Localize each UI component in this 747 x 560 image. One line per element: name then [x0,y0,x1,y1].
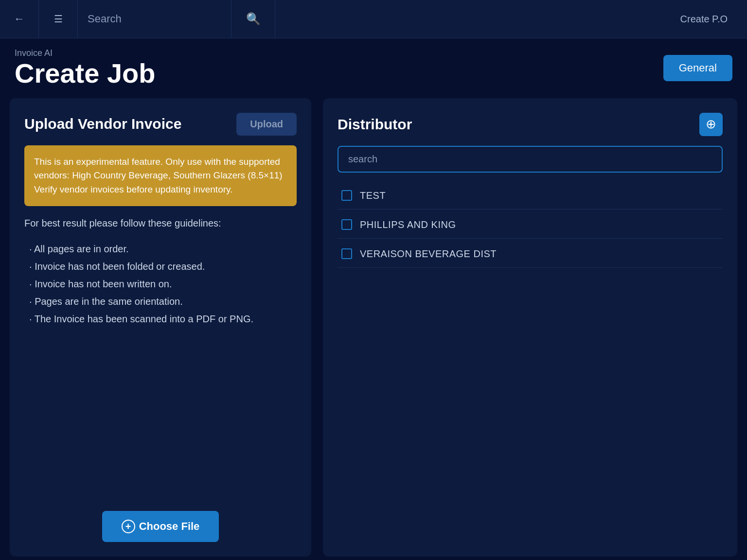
upload-panel-title: Upload Vendor Invoice [24,116,181,132]
search-icon: 🔍 [246,12,261,26]
back-button[interactable]: ← [0,0,39,38]
header-left: ← ☰ 🔍 [0,0,275,38]
guidelines-intro: For best result please follow these guid… [24,216,297,230]
general-button[interactable]: General [663,55,732,81]
distributor-name-phillips: PHILLIPS AND KING [360,219,456,230]
guideline-item: All pages are in order. [29,240,297,258]
distributor-checkbox-veraison[interactable] [341,248,352,259]
plus-circle-icon: + [122,520,135,533]
distributor-list: TEST PHILLIPS AND KING VERAISON BEVERAGE… [338,182,723,268]
search-button[interactable]: 🔍 [231,0,275,38]
distributor-header: Distributor ⊕ [338,113,723,136]
menu-button[interactable]: ☰ [39,0,78,38]
distributor-item-phillips[interactable]: PHILLIPS AND KING [338,211,723,239]
upload-button[interactable]: Upload [236,113,297,136]
distributor-name-test: TEST [360,190,386,201]
distributor-item-test[interactable]: TEST [338,182,723,210]
search-container [78,0,231,38]
guideline-item: Pages are in the same orientation. [29,293,297,310]
choose-file-label: Choose File [139,520,200,533]
guideline-item: The Invoice has been scanned into a PDF … [29,310,297,328]
distributor-search-input[interactable] [338,146,723,173]
distributor-title: Distributor [338,116,412,133]
create-po-label: Create P.O [680,14,728,25]
distributor-checkbox-phillips[interactable] [341,219,352,230]
upload-panel: Upload Vendor Invoice Upload This is an … [10,98,311,557]
page-title: Create Job [15,58,155,88]
warning-box: This is an experimental feature. Only us… [24,145,297,207]
page-header: Invoice AI Create Job General [0,38,747,98]
app-name: Invoice AI [15,48,155,58]
distributor-item-veraison[interactable]: VERAISON BEVERAGE DIST [338,241,723,268]
distributor-checkbox-test[interactable] [341,190,352,201]
distributor-panel: Distributor ⊕ TEST PHILLIPS AND KING VER… [323,98,737,557]
create-po-button[interactable]: Create P.O [661,0,747,38]
main-content: Upload Vendor Invoice Upload This is an … [0,98,747,560]
add-distributor-button[interactable]: ⊕ [699,113,723,136]
guidelines-list: All pages are in order. Invoice has not … [24,240,297,328]
back-icon: ← [14,13,25,25]
search-input[interactable] [88,13,221,25]
guideline-item: Invoice has not been written on. [29,275,297,293]
guideline-item: Invoice has not been folded or creased. [29,258,297,275]
choose-file-button[interactable]: + Choose File [102,511,219,542]
distributor-name-veraison: VERAISON BEVERAGE DIST [360,248,497,260]
page-header-left: Invoice AI Create Job [15,48,155,88]
warning-text: This is an experimental feature. Only us… [34,157,283,194]
menu-icon: ☰ [54,13,63,25]
upload-panel-header: Upload Vendor Invoice Upload [24,113,297,136]
header: ← ☰ 🔍 Create P.O [0,0,747,38]
plus-icon: ⊕ [706,117,716,132]
